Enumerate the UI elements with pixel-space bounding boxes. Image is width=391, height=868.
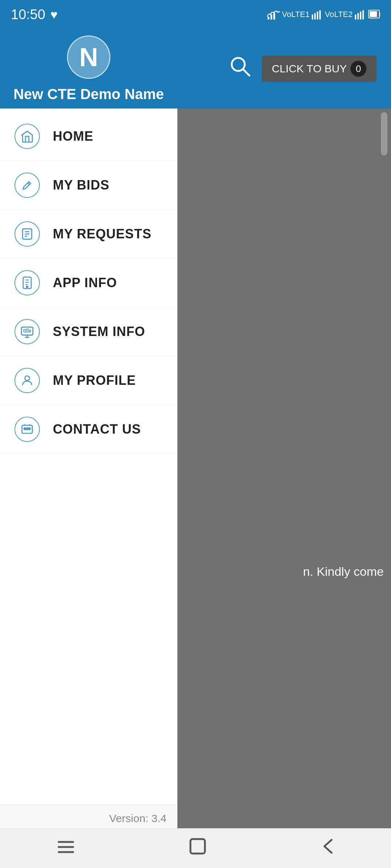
click-to-buy-button[interactable]: CLICK TO BUY 0 (262, 56, 377, 82)
svg-rect-26 (21, 327, 33, 335)
svg-point-25 (26, 286, 28, 288)
svg-rect-9 (360, 12, 361, 20)
scrollbar[interactable] (381, 112, 387, 156)
svg-point-34 (24, 428, 26, 430)
svg-point-36 (29, 428, 30, 430)
main-background: CLICK TO BUY 0 n. Kindly come (174, 29, 391, 868)
svg-rect-7 (355, 14, 356, 20)
status-time: 10:50 (11, 7, 45, 22)
my-profile-label: MY PROFILE (53, 373, 136, 388)
avatar: N (67, 35, 110, 79)
svg-rect-30 (26, 329, 28, 332)
heart-icon: ♥ (50, 8, 58, 22)
svg-rect-14 (377, 11, 378, 17)
bottom-navigation (0, 828, 391, 868)
home-icon (14, 124, 40, 149)
app-info-icon (14, 270, 40, 295)
home-label: HOME (53, 129, 93, 144)
svg-rect-8 (357, 13, 359, 20)
avatar-letter: N (79, 42, 98, 72)
svg-point-32 (25, 376, 30, 380)
status-bar: 10:50 ♥ VoLTE1 VoLTE2 (0, 0, 391, 29)
sidebar-item-my-profile[interactable]: MY PROFILE (0, 356, 177, 405)
system-info-icon (14, 319, 40, 344)
sidebar-item-home[interactable]: HOME (0, 112, 177, 161)
svg-point-35 (26, 428, 28, 430)
svg-rect-4 (314, 13, 316, 20)
contact-icon (14, 417, 40, 442)
svg-rect-6 (319, 10, 321, 20)
drawer: N New CTE Demo Name HOME MY BIDS (0, 29, 177, 868)
system-info-label: SYSTEM INFO (53, 324, 145, 339)
bids-icon (14, 173, 40, 198)
requests-icon (14, 221, 40, 247)
profile-icon (14, 368, 40, 393)
sidebar-item-my-bids[interactable]: MY BIDS (0, 161, 177, 210)
cart-badge: 0 (350, 61, 366, 77)
drawer-header: N New CTE Demo Name (0, 29, 177, 109)
app-info-label: APP INFO (53, 275, 117, 290)
contact-us-label: CONTACT US (53, 422, 141, 437)
my-bids-label: MY BIDS (53, 178, 109, 193)
search-icon[interactable] (229, 55, 251, 82)
nav-list: HOME MY BIDS MY REQUESTS (0, 109, 177, 805)
svg-rect-29 (24, 329, 26, 332)
svg-rect-10 (362, 10, 364, 20)
kindly-text: n. Kindly come (303, 565, 384, 579)
menu-button[interactable] (42, 834, 90, 863)
signal-icons: VoLTE1 VoLTE2 (267, 9, 380, 20)
status-bar-right: VoLTE1 VoLTE2 (267, 9, 380, 20)
home-button[interactable] (174, 833, 222, 864)
svg-rect-43 (190, 839, 205, 854)
svg-line-16 (243, 69, 249, 76)
main-header: CLICK TO BUY 0 (174, 29, 391, 109)
drawer-user-name: New CTE Demo Name (13, 86, 164, 102)
svg-rect-1 (270, 14, 272, 20)
sidebar-item-app-info[interactable]: APP INFO (0, 259, 177, 307)
svg-rect-0 (268, 17, 269, 20)
svg-rect-5 (317, 12, 318, 20)
svg-rect-13 (379, 13, 380, 16)
status-bar-left: 10:50 ♥ (11, 7, 58, 22)
svg-rect-3 (312, 14, 313, 20)
sidebar-item-system-info[interactable]: SYSTEM INFO (0, 307, 177, 356)
svg-rect-12 (370, 11, 377, 17)
sidebar-item-contact-us[interactable]: CONTACT US (0, 405, 177, 454)
svg-rect-31 (29, 330, 30, 332)
svg-rect-2 (273, 13, 275, 20)
version-text: Version: 3.4 (0, 805, 177, 832)
sidebar-item-my-requests[interactable]: MY REQUESTS (0, 210, 177, 259)
back-button[interactable] (306, 833, 349, 864)
my-requests-label: MY REQUESTS (53, 226, 151, 242)
